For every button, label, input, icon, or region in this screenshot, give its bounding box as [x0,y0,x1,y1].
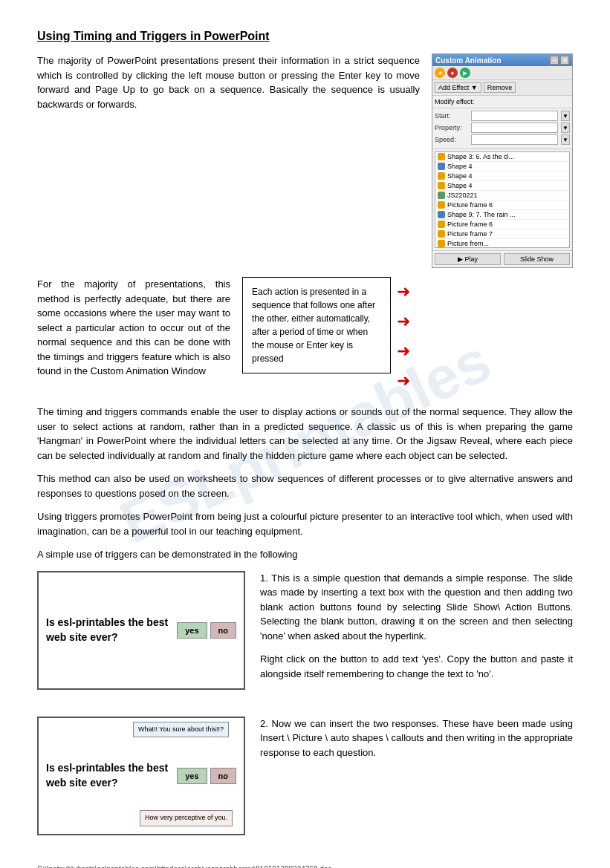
footer-path: C:\Inetpub\vhosts\eslprintables.com\http… [37,865,331,869]
step1-text: 1. This is a simple question that demand… [260,571,573,644]
callout-text: Each action is presented in a sequence t… [252,285,381,365]
list-icon [438,153,445,160]
paragraph2: For the majority of presentations, this … [37,277,230,379]
panel-minimize-btn[interactable]: ─ [550,56,559,65]
property-dropdown[interactable]: ▼ [561,123,570,133]
list-icon [438,211,445,218]
list-item[interactable]: Picture frame 6 [435,200,569,210]
slide2-question: Is esl-printables the best web site ever… [46,761,177,790]
start-dropdown[interactable]: ▼ [561,111,570,121]
list-item[interactable]: JS220221 [435,191,569,200]
list-item[interactable]: Shape 4 [435,181,569,191]
start-input[interactable] [471,111,558,121]
no-button2[interactable]: no [210,768,236,784]
page-title: Using Timing and Triggers in PowerPoint [37,30,573,43]
list-item[interactable]: Shape 4 [435,162,569,172]
speed-label: Speed: [435,136,468,143]
paragraph1: The majority of PowerPoint presentations… [37,53,420,111]
slide1-question: Is esl-printables the best web site ever… [46,616,177,645]
yes-button2[interactable]: yes [177,768,207,784]
modify-effect-label: Modify effect: [432,96,572,108]
section2: Is esl-printables the best web site ever… [37,717,573,847]
list-icon [438,192,445,199]
paragraph3: The timing and triggers commands enable … [37,405,573,463]
list-icon [438,163,445,170]
section1: Is esl-printables the best web site ever… [37,571,573,702]
list-icon [438,182,445,189]
panel-footer: ▶ Play Slide Show [432,250,572,267]
slide1-buttons: yes no [177,622,236,639]
panel-icon3[interactable]: ▶ [460,68,470,78]
panel-icon1[interactable]: ★ [435,68,445,78]
add-effect-btn[interactable]: Add Effect ▼ [435,82,481,93]
list-item[interactable]: Picture frem... [435,239,569,248]
panel-icon2[interactable]: ● [447,68,458,78]
property-input[interactable] [471,123,558,133]
speed-dropdown[interactable]: ▼ [561,134,570,145]
list-item[interactable]: Picture frame 7 [435,229,569,239]
list-icon [438,230,445,238]
list-icon [438,201,445,209]
list-icon [438,221,445,228]
property-label: Property: [435,124,468,131]
step1-text2: Right click on the button to add text 'y… [260,652,573,681]
arrow1: ➜ [397,284,410,300]
no-button[interactable]: no [210,622,236,639]
paragraph6: A simple use of triggers can be demonstr… [37,547,573,562]
slide2-buttons: yes no [177,768,236,784]
arrow3: ➜ [397,343,410,359]
slideshow-btn[interactable]: Slide Show [504,253,570,265]
panel-title: Custom Animation [435,56,502,65]
arrow2: ➜ [397,313,410,330]
list-item[interactable]: Shape 3: 6. As the cl... [435,152,569,162]
callout-box: Each action is presented in a sequence t… [242,277,391,373]
callout-no: How very perceptive of you. [140,810,233,826]
custom-animation-panel: Custom Animation ─ ✕ ★ ● ▶ Add Effect ▼ … [432,53,573,268]
start-label: Start: [435,112,468,120]
panel-titlebar: Custom Animation ─ ✕ [432,54,572,66]
yes-button[interactable]: yes [177,622,207,639]
remove-btn[interactable]: Remove [484,82,516,93]
speed-input[interactable] [471,134,558,145]
callout-yes: What!! You sure about this!!? [133,722,229,738]
slide1-preview: Is esl-printables the best web site ever… [37,571,245,690]
list-item[interactable]: Shape 9; 7. The rain ... [435,210,569,220]
step2-text: 2. Now we can insert the two responses. … [260,717,573,760]
list-item[interactable]: Shape 4 [435,172,569,181]
animation-list[interactable]: Shape 3: 6. As the cl... Shape 4 Shape 4… [435,151,570,248]
paragraph4: This method can also be used on workshee… [37,471,573,500]
slide2-preview: Is esl-printables the best web site ever… [37,717,245,835]
arrow4: ➜ [397,373,410,389]
paragraph5: Using triggers promotes PowerPoint from … [37,509,573,538]
panel-close-btn[interactable]: ✕ [560,56,569,65]
list-icon [438,240,445,247]
list-item[interactable]: Picture frame 6 [435,220,569,229]
play-btn[interactable]: ▶ Play [435,253,501,265]
list-icon [438,172,445,180]
